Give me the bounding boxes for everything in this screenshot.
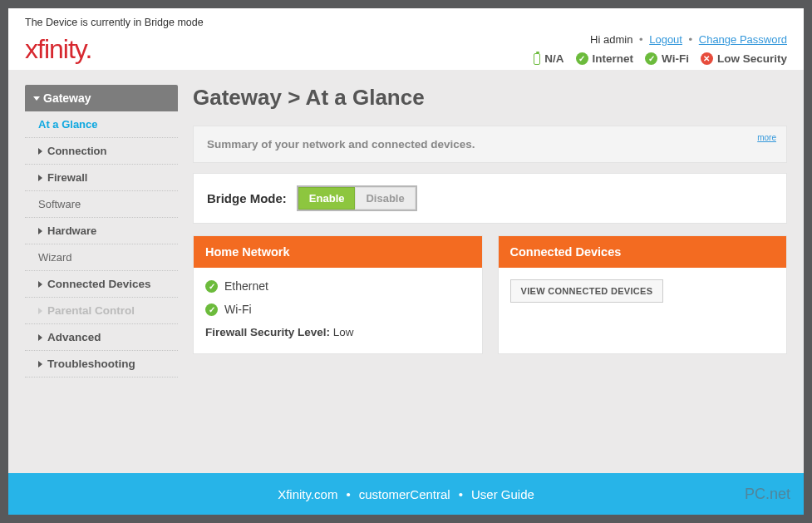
firewall-label: Firewall Security Level: — [205, 326, 330, 338]
battery-text: N/A — [544, 52, 563, 65]
chevron-right-icon — [38, 228, 42, 234]
nav-advanced-label: Advanced — [47, 331, 101, 343]
nav-wizard-label: Wizard — [38, 251, 71, 264]
wifi-label: Wi-Fi — [224, 303, 252, 316]
ethernet-row: ✓ Ethernet — [205, 279, 470, 293]
separator-dot: • — [639, 33, 643, 46]
nav-at-a-glance[interactable]: At a Glance — [25, 111, 178, 138]
nav-firewall-label: Firewall — [47, 171, 87, 184]
summary-more-link[interactable]: more — [757, 133, 776, 142]
nav-troubleshooting-label: Troubleshooting — [47, 358, 135, 370]
footer-userguide-link[interactable]: User Guide — [471, 487, 534, 501]
home-network-card: Home Network ✓ Ethernet ✓ Wi-Fi Firewall… — [193, 235, 483, 354]
nav-gateway-label: Gateway — [43, 91, 91, 105]
bridge-mode-box: Bridge Mode: Enable Disable — [193, 173, 787, 224]
battery-icon — [534, 53, 540, 65]
separator-dot: • — [689, 33, 693, 46]
nav-troubleshooting[interactable]: Troubleshooting — [25, 351, 178, 377]
caret-down-icon — [33, 96, 40, 101]
nav-software[interactable]: Software — [25, 191, 178, 218]
bridge-mode-toggle: Enable Disable — [297, 185, 417, 211]
check-icon: ✓ — [645, 52, 657, 65]
header: The Device is currently in Bridge mode x… — [8, 8, 804, 70]
nav-gateway[interactable]: Gateway — [25, 85, 178, 111]
footer-customercentral-link[interactable]: customerCentral — [359, 487, 450, 501]
ethernet-label: Ethernet — [224, 279, 268, 293]
chevron-right-icon — [38, 308, 42, 314]
header-right: Hi admin • Logout • Change Password N/A … — [534, 33, 787, 65]
status-security: ✕ Low Security — [701, 52, 787, 65]
status-battery: N/A — [534, 52, 563, 65]
separator-dot: • — [459, 487, 463, 501]
change-password-link[interactable]: Change Password — [699, 33, 787, 46]
chevron-right-icon — [38, 175, 42, 181]
status-wifi: ✓ Wi-Fi — [645, 52, 689, 65]
internet-text: Internet — [593, 52, 634, 65]
sidebar: Gateway At a Glance Connection Firewall … — [25, 85, 178, 456]
footer: Xfinity.com • customerCentral • User Gui… — [8, 473, 804, 515]
footer-xfinity-link[interactable]: Xfinity.com — [278, 487, 337, 501]
nav-software-label: Software — [38, 198, 81, 210]
nav-connected-devices[interactable]: Connected Devices — [25, 271, 178, 298]
chevron-right-icon — [38, 281, 42, 288]
connected-devices-card: Connected Devices VIEW CONNECTED DEVICES — [498, 235, 788, 354]
chevron-right-icon — [38, 361, 42, 368]
x-icon: ✕ — [701, 52, 713, 65]
page-title: Gateway > At a Glance — [193, 85, 787, 111]
nav-hardware-label: Hardware — [47, 224, 96, 237]
check-icon: ✓ — [576, 52, 588, 65]
summary-box: Summary of your network and connected de… — [193, 126, 787, 163]
bridge-disable-button[interactable]: Disable — [355, 187, 415, 210]
nav-parental-control: Parental Control — [25, 298, 178, 324]
wifi-row: ✓ Wi-Fi — [205, 303, 470, 316]
chevron-right-icon — [38, 148, 42, 155]
check-icon: ✓ — [205, 303, 218, 316]
nav-firewall[interactable]: Firewall — [25, 165, 178, 191]
nav-at-a-glance-label: At a Glance — [38, 118, 98, 131]
footer-pcnet: PC.net — [745, 486, 790, 503]
bridge-mode-notice: The Device is currently in Bridge mode — [25, 17, 787, 28]
connected-devices-title: Connected Devices — [499, 236, 787, 268]
status-internet: ✓ Internet — [576, 52, 634, 65]
separator-dot: • — [346, 487, 350, 501]
bridge-mode-label: Bridge Mode: — [207, 191, 287, 205]
status-line: N/A ✓ Internet ✓ Wi-Fi ✕ Low Security — [534, 52, 787, 65]
user-line: Hi admin • Logout • Change Password — [534, 33, 787, 46]
wifi-text: Wi-Fi — [662, 52, 689, 65]
nav-wizard[interactable]: Wizard — [25, 244, 178, 271]
security-text: Low Security — [717, 52, 787, 65]
firewall-row: Firewall Security Level: Low — [205, 326, 470, 338]
nav-connection[interactable]: Connection — [25, 138, 178, 165]
view-connected-devices-button[interactable]: VIEW CONNECTED DEVICES — [510, 279, 664, 303]
nav-parental-label: Parental Control — [47, 304, 135, 317]
home-network-title: Home Network — [194, 236, 482, 268]
main-content: Gateway > At a Glance Summary of your ne… — [193, 85, 787, 456]
summary-text: Summary of your network and connected de… — [207, 138, 475, 150]
xfinity-logo: xfinity. — [25, 34, 91, 65]
nav-connected-devices-label: Connected Devices — [47, 278, 151, 290]
nav-hardware[interactable]: Hardware — [25, 218, 178, 244]
user-greeting: Hi admin — [590, 33, 632, 46]
nav-connection-label: Connection — [47, 145, 107, 157]
logout-link[interactable]: Logout — [649, 33, 682, 46]
nav-advanced[interactable]: Advanced — [25, 324, 178, 351]
chevron-right-icon — [38, 334, 42, 341]
firewall-value: Low — [333, 326, 354, 338]
check-icon: ✓ — [205, 280, 218, 293]
bridge-enable-button[interactable]: Enable — [298, 187, 356, 210]
